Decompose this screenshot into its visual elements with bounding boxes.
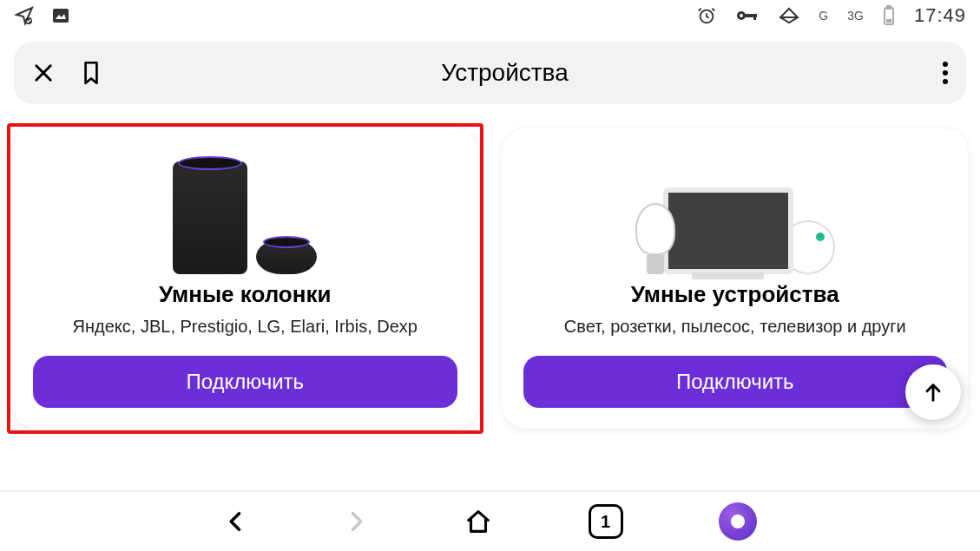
svg-point-14 [943, 79, 948, 84]
nav-forward-button[interactable] [344, 509, 368, 534]
alarm-icon [697, 6, 716, 25]
speakers-illustration [173, 144, 317, 274]
picture-icon [50, 5, 71, 26]
nav-tabs-button[interactable]: 1 [589, 504, 623, 539]
card-smart-speakers-wrap: Умные колонки Яндекс, JBL, Prestigio, LG… [12, 128, 478, 429]
vpn-key-icon [735, 6, 760, 25]
nav-alice-button[interactable] [719, 502, 757, 541]
svg-rect-8 [753, 14, 756, 20]
nav-back-button[interactable] [224, 509, 248, 534]
clock: 17:49 [914, 4, 966, 27]
alice-icon [719, 502, 757, 541]
title-bar: Устройства [14, 42, 966, 104]
close-icon[interactable] [31, 61, 56, 85]
network-3g-label: 3G [847, 9, 864, 23]
bottom-nav: 1 [0, 490, 980, 551]
wifi-icon [779, 5, 799, 26]
card-subtitle: Яндекс, JBL, Prestigio, LG, Elari, Irbis… [73, 317, 418, 337]
battery-icon [883, 5, 895, 26]
card-smart-speakers[interactable]: Умные колонки Яндекс, JBL, Prestigio, LG… [12, 128, 478, 429]
svg-rect-10 [887, 6, 891, 9]
content-area: Умные колонки Яндекс, JBL, Prestigio, LG… [0, 104, 980, 429]
scroll-top-fab[interactable] [905, 364, 961, 420]
page-title: Устройства [102, 59, 907, 87]
nav-home-button[interactable] [464, 507, 493, 536]
connect-button[interactable]: Подключить [523, 356, 948, 408]
network-g-label: G [819, 9, 828, 23]
card-subtitle: Свет, розетки, пылесос, телевизор и друг… [564, 317, 906, 337]
svg-rect-2 [53, 9, 69, 23]
more-vertical-icon[interactable] [942, 61, 949, 85]
bookmark-icon[interactable] [80, 60, 102, 86]
devices-illustration [635, 144, 835, 274]
card-title: Умные колонки [159, 281, 331, 308]
card-smart-devices-wrap: Умные устройства Свет, розетки, пылесос,… [503, 128, 969, 429]
card-title: Умные устройства [631, 281, 839, 308]
svg-rect-11 [886, 19, 891, 23]
svg-point-12 [943, 62, 948, 67]
svg-point-13 [943, 70, 948, 75]
connect-button[interactable]: Подключить [33, 356, 457, 408]
svg-point-6 [740, 14, 743, 17]
card-smart-devices[interactable]: Умные устройства Свет, розетки, пылесос,… [503, 128, 969, 429]
location-icon [14, 5, 35, 26]
android-status-bar: G 3G 17:49 [0, 0, 980, 31]
tab-count: 1 [589, 504, 623, 539]
